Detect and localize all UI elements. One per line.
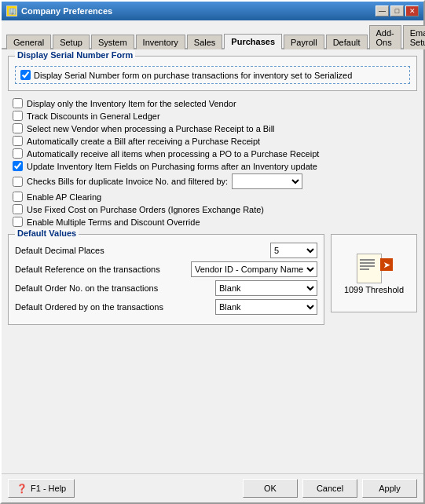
threshold-label: 1099 Threshold [344,285,404,294]
title-buttons: — □ ✕ [376,5,419,16]
default-values-group: Default Values Default Decimal Places 01… [8,234,324,325]
title-bar: 🏢 Company Preferences — □ ✕ [2,2,423,20]
tab-email-setup[interactable]: Email Setup [403,25,425,49]
checkbox-row-1: Track Discounts in General Ledger [11,111,414,121]
arrow-icon: ➤ [380,258,393,271]
checkbox-row-6: Checks Bills for duplicate Invoice No. a… [11,173,414,189]
bottom-section: Default Values Default Decimal Places 01… [8,234,417,325]
doc-line-4 [360,268,369,270]
apply-button[interactable]: Apply [362,479,417,498]
checkbox-row-7: Enable AP Clearing [11,192,414,202]
checkbox-label-3: Automatically create a Bill after receiv… [27,137,260,146]
tab-sales[interactable]: Sales [187,35,223,49]
checkbox-7[interactable] [13,192,23,202]
duplicate-filter-select[interactable] [232,173,302,189]
checkbox-label-9: Enable Multiple Terms and Discount Overr… [27,217,200,227]
title-bar-left: 🏢 Company Preferences [6,5,112,16]
threshold-box[interactable]: ➤ 1099 Threshold [331,234,417,312]
checkbox-row-5: Update Inventory Item Fields on Purchasi… [11,161,414,171]
default-reference-select[interactable]: Vendor ID - Company Name Vendor ID Compa… [191,261,317,277]
doc-line-2 [360,262,375,264]
checkbox-label-0: Display only the Inventory Item for the … [27,99,236,108]
window-title: Company Preferences [21,6,112,16]
checkbox-label-4: Automatically receive all items when pro… [27,149,319,159]
main-window: 🏢 Company Preferences — □ ✕ General Setu… [0,0,425,504]
checkbox-9[interactable] [13,217,23,227]
checkbox-row-9: Enable Multiple Terms and Discount Overr… [11,217,414,227]
checkbox-label-6: Checks Bills for duplicate Invoice No. a… [27,177,228,186]
checkbox-8[interactable] [13,204,23,214]
maximize-button[interactable]: □ [390,5,404,16]
decimal-places-label: Default Decimal Places [15,246,267,255]
doc-line-1 [360,259,375,261]
icon-doc-lines [357,254,381,275]
tab-inventory[interactable]: Inventory [136,35,185,49]
window-icon: 🏢 [6,5,17,16]
tab-purchases[interactable]: Purchases [224,34,282,49]
checkbox-label-2: Select new Vendor when processing a Purc… [27,124,275,133]
options-section: Display only the Inventory Item for the … [8,96,417,229]
tab-system[interactable]: System [91,35,134,49]
checkbox-0[interactable] [13,98,23,108]
checkbox-5[interactable] [13,161,23,171]
checkbox-label-5: Update Inventory Item Fields on Purchasi… [27,162,317,171]
default-order-label: Default Order No. on the transactions [15,283,212,293]
cancel-button[interactable]: Cancel [302,479,357,498]
serial-checkbox[interactable] [20,70,31,80]
icon-doc [357,254,382,283]
default-values-title: Default Values [15,228,79,238]
f1-icon: ❓ [16,484,27,494]
default-ordered-select[interactable]: Blank Auto [215,299,317,315]
close-button[interactable]: ✕ [405,5,419,16]
checkbox-2[interactable] [13,123,23,133]
default-ordered-control: Blank Auto [215,299,317,315]
tab-setup[interactable]: Setup [53,35,90,49]
default-reference-control: Vendor ID - Company Name Vendor ID Compa… [191,261,317,277]
default-order-control: Blank Auto [215,280,317,296]
content-area: Display Serial Number Form Display Seria… [2,49,423,473]
footer: ❓ F1 - Help OK Cancel Apply [2,473,423,502]
help-label: F1 - Help [31,484,66,493]
footer-right: OK Cancel Apply [243,479,417,498]
checkbox-label-8: Use Fixed Cost on Purchase Orders (Ignor… [27,205,264,214]
tab-default[interactable]: Default [326,35,368,49]
serial-number-group: Display Serial Number Form Display Seria… [8,56,417,91]
decimal-places-select[interactable]: 012345 [270,243,317,258]
help-button[interactable]: ❓ F1 - Help [8,479,75,498]
tab-addons[interactable]: Add-Ons [369,25,401,49]
ok-button[interactable]: OK [243,479,298,498]
checkbox-row-3: Automatically create a Bill after receiv… [11,136,414,146]
default-order-select[interactable]: Blank Auto [215,280,317,296]
checkbox-row-0: Display only the Inventory Item for the … [11,98,414,108]
decimal-places-row: Default Decimal Places 012345 [15,243,317,258]
default-ordered-label: Default Ordered by on the transactions [15,302,212,312]
serial-checkbox-row: Display Serial Number form on purchase t… [15,66,410,84]
default-reference-label: Default Reference on the transactions [15,265,188,274]
checkbox-row-8: Use Fixed Cost on Purchase Orders (Ignor… [11,204,414,214]
tabs-bar: General Setup System Inventory Sales Pur… [2,20,423,49]
serial-checkbox-label: Display Serial Number form on purchase t… [34,71,352,80]
serial-group-title: Display Serial Number Form [15,50,135,60]
default-ordered-row: Default Ordered by on the transactions B… [15,299,317,315]
checkbox-label-1: Track Discounts in General Ledger [27,111,160,121]
threshold-icon: ➤ [355,252,393,285]
tab-payroll[interactable]: Payroll [284,35,324,49]
checkbox-1[interactable] [13,111,23,121]
default-order-row: Default Order No. on the transactions Bl… [15,280,317,296]
checkbox-3[interactable] [13,136,23,146]
checkbox-row-4: Automatically receive all items when pro… [11,148,414,159]
checkbox-label-7: Enable AP Clearing [27,192,101,202]
checkbox-4[interactable] [13,148,23,159]
doc-line-3 [360,265,375,267]
decimal-places-control: 012345 [270,243,317,258]
checkbox-row-2: Select new Vendor when processing a Purc… [11,123,414,133]
footer-left: ❓ F1 - Help [8,479,75,498]
tab-general[interactable]: General [6,35,51,49]
checkbox-6[interactable] [13,177,23,187]
default-reference-row: Default Reference on the transactions Ve… [15,261,317,277]
minimize-button[interactable]: — [376,5,389,16]
